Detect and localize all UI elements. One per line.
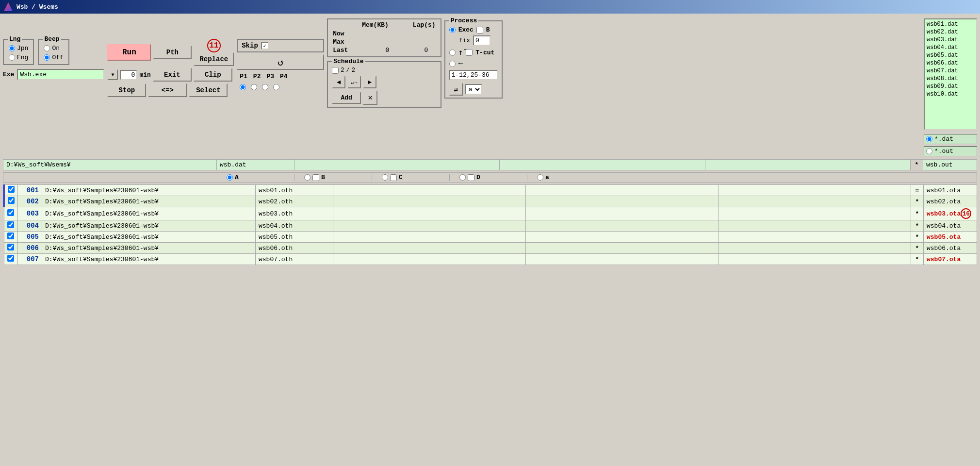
beep-on-item[interactable]: On [44,45,63,52]
range-input[interactable] [449,70,498,80]
schedule-check1[interactable] [332,67,339,74]
file-out-label: *.out [934,148,953,155]
lng-radio-group: Jpn Eng [9,45,28,61]
beep-on-radio[interactable] [44,45,50,51]
delete-button[interactable]: ✕ [363,90,377,105]
p3-radio[interactable] [262,84,268,90]
tcut-checkbox[interactable] [466,49,473,56]
file-list-item[interactable]: wsb06.dat [926,59,975,67]
row-check-cell[interactable] [4,196,18,207]
add-button[interactable]: Add [332,92,361,104]
proc-arrow-radio[interactable] [449,50,456,56]
abcd-d-radio[interactable] [459,174,466,181]
stop-button[interactable]: Stop [107,83,146,97]
abcd-b-check[interactable] [312,174,319,181]
file-list-panel[interactable]: wsb01.dat wsb02.dat wsb03.dat wsb04.dat … [924,18,977,130]
exe-input[interactable] [17,69,104,80]
abcd-c-label: C [399,174,403,181]
row-checkbox[interactable] [7,209,14,216]
row-check-cell[interactable] [4,232,18,243]
lng-jpn-item[interactable]: Jpn [9,45,28,52]
sched-prev-button[interactable]: ◀ [332,76,345,88]
pth-button[interactable]: Pth [153,46,192,59]
proc-dropdown[interactable]: a b [465,84,482,95]
lng-eng-item[interactable]: Eng [9,54,28,61]
mem-now-val [355,30,389,37]
process-fix-row: fix [449,35,498,46]
row-num: 006 [18,243,42,254]
replace-button[interactable]: Replace [194,52,234,66]
abcd-c-check[interactable] [390,174,397,181]
lng-jpn-radio[interactable] [9,45,15,51]
exit-button[interactable]: Exit [153,68,192,82]
file-list-item[interactable]: wsb10.dat [926,90,975,98]
file-out-radio[interactable] [926,148,932,154]
min-dropdown[interactable]: ▼ [107,69,118,80]
p3-label: P3 [266,73,274,80]
row-check-cell[interactable] [4,220,18,232]
row-num: 001 [18,185,42,196]
skip-label: Skip [242,42,258,50]
row-check-cell[interactable] [4,207,18,220]
lng-eng-label: Eng [17,54,28,61]
lng-eng-radio[interactable] [9,54,15,61]
file-out-item[interactable]: *.out [924,146,977,156]
row-checkbox[interactable] [7,233,14,239]
row-file: wsb03.oth [256,207,333,220]
min-field[interactable] [120,70,137,80]
p4-radio[interactable] [273,84,279,90]
file-radio-row: *.dat *.out [924,134,977,156]
beep-off-radio[interactable] [44,54,50,61]
file-list-item[interactable]: wsb05.dat [926,51,975,59]
clip-button[interactable]: Clip [194,68,232,82]
beep-label: Beep [43,35,61,43]
row-file: wsb02.oth [256,196,333,207]
row-checkbox[interactable] [8,186,15,193]
p2-radio[interactable] [251,84,257,90]
proc-exec-radio[interactable] [449,27,456,33]
mem-last-label: Last [333,47,350,54]
arrows-button[interactable]: <=> [148,83,187,97]
row-checkbox[interactable] [7,255,14,262]
row-check-cell[interactable] [4,243,18,254]
refresh-button[interactable]: ↺ [237,54,324,70]
b-checkbox[interactable] [476,27,483,33]
row-check-cell[interactable] [4,254,18,265]
row-checkbox[interactable] [7,244,14,250]
swap-button[interactable]: ⇄ [449,83,463,96]
row-checkbox[interactable] [8,197,15,204]
p1-radio[interactable] [240,84,246,90]
select-button[interactable]: Select [189,83,228,97]
file-list-item[interactable]: wsb09.dat [926,83,975,90]
window-title: Wsb / Wsems [16,3,58,11]
row-num: 005 [18,232,42,243]
mem-now-row: Now [333,30,435,38]
fix-input[interactable] [473,35,490,46]
file-list-item[interactable]: wsb07.dat [926,67,975,75]
row-checkbox[interactable] [7,221,14,228]
row-star: * [911,254,924,265]
file-list-item[interactable]: wsb02.dat [926,28,975,36]
lap-max-val [394,38,428,46]
run-button[interactable]: Run [107,44,151,61]
file-dat-radio[interactable] [926,136,932,142]
proc-left-radio[interactable] [449,61,456,67]
row-empty2 [526,220,719,232]
sched-tab-button[interactable]: ↵→ [347,76,361,88]
sched-next-button[interactable]: ▶ [363,76,376,88]
abcd-d-check[interactable] [468,174,474,181]
file-list-item[interactable]: wsb03.dat [926,36,975,44]
abcd-b-radio[interactable] [304,174,310,181]
row-check-cell[interactable] [4,185,18,196]
row-empty3 [719,207,911,220]
file-list-item[interactable]: wsb08.dat [926,75,975,83]
file-dat-item[interactable]: *.dat [924,134,977,144]
file-list-item[interactable]: wsb04.dat [926,44,975,51]
file-list-item[interactable]: wsb01.dat [926,20,975,28]
beep-off-item[interactable]: Off [44,54,63,61]
abcd-a2-radio[interactable] [537,174,543,181]
row-empty1 [333,232,526,243]
abcd-c-radio[interactable] [382,174,388,181]
abcd-a-radio[interactable] [227,174,233,181]
skip-checkbox[interactable]: ✓ [261,42,269,50]
